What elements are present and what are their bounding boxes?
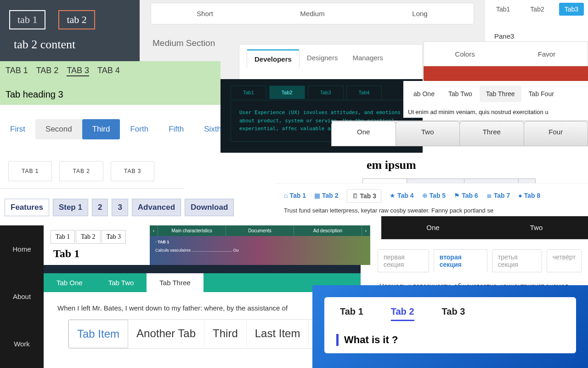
tab-forth[interactable]: Forth bbox=[120, 119, 158, 139]
tab-2[interactable]: Tab 2 bbox=[391, 306, 414, 321]
tab-3[interactable]: TAB 3 bbox=[111, 161, 154, 181]
tab-step-2[interactable]: 2 bbox=[92, 199, 108, 216]
tab-favorites[interactable]: Favor bbox=[506, 50, 588, 58]
tab-two[interactable]: Two bbox=[396, 121, 460, 146]
tab-colors[interactable]: Colors bbox=[424, 50, 506, 58]
tab-sixth[interactable]: Sixth bbox=[194, 119, 232, 139]
tab-one[interactable]: One bbox=[381, 216, 485, 239]
tab-1[interactable]: TAB 1 bbox=[8, 161, 52, 181]
tab-6[interactable]: ⚑Tab 6 bbox=[454, 192, 478, 203]
tab-second[interactable]: Second bbox=[35, 119, 82, 139]
tab-developers[interactable]: Developers bbox=[247, 49, 300, 68]
tab-2[interactable]: TAB 2 bbox=[36, 66, 59, 76]
tab-3[interactable]: TAB 3 bbox=[67, 66, 89, 76]
tab-medium[interactable]: Medium bbox=[259, 3, 366, 24]
tab-documents[interactable]: Documents bbox=[226, 225, 294, 236]
content-text: Trust fund seitan letterpress, keytar ra… bbox=[276, 207, 588, 215]
tab-first[interactable]: First bbox=[0, 119, 35, 139]
tab-8[interactable]: ●Tab 8 bbox=[518, 192, 540, 203]
tab-fifth[interactable]: Fifth bbox=[158, 119, 194, 139]
tab-three[interactable]: Tab Three bbox=[147, 273, 203, 292]
pane-label: Pane3 bbox=[485, 18, 588, 45]
nav-about[interactable]: About bbox=[0, 273, 44, 320]
panel-features-steps: Features Step 1 2 3 Advanced Download bbox=[5, 199, 262, 219]
panel-ordinal-tabs: First Second Third Forth Fifth Sixth bbox=[0, 113, 220, 145]
panel-roles-tabs: Developers Designers Managers bbox=[239, 44, 423, 81]
tab-4[interactable]: Tab4 bbox=[346, 86, 382, 99]
tab-section-3[interactable]: третья секция bbox=[492, 249, 542, 272]
tab-1[interactable]: Tab 1 bbox=[340, 306, 363, 321]
panel-russian-sections: первая секция вторая секция третья секци… bbox=[371, 241, 588, 285]
tab-2[interactable]: Tab2 bbox=[269, 86, 305, 99]
tab-1[interactable]: tab 1 bbox=[9, 10, 45, 29]
tab-long[interactable]: Long bbox=[366, 3, 474, 24]
tab-1[interactable]: TAB 1 bbox=[6, 66, 28, 76]
tab-two[interactable]: Two bbox=[485, 216, 588, 239]
tab-3[interactable]: Tab3 bbox=[559, 3, 584, 16]
tab-2[interactable]: tab 2 bbox=[58, 10, 95, 29]
panel-serif-tabs: Tab 1 Tab 2 Tab 3 Tab 1 bbox=[46, 225, 147, 264]
tab-5[interactable]: ⊕Tab 5 bbox=[422, 192, 446, 203]
tab-3[interactable]: Tab3 bbox=[308, 86, 344, 99]
tab-step-1[interactable]: Step 1 bbox=[53, 199, 88, 216]
tab-section-4[interactable]: четвёрт bbox=[547, 249, 582, 272]
tab-1[interactable]: ⌂Tab 1 bbox=[284, 192, 306, 203]
tab-item[interactable]: Tab Item bbox=[68, 320, 128, 348]
panel-dark-one-two: One Two bbox=[381, 216, 588, 239]
tab-2[interactable]: Tab 2 bbox=[76, 230, 100, 244]
tab-another[interactable]: Another Tab bbox=[128, 320, 204, 348]
arrow-left-icon[interactable]: ‹ bbox=[150, 225, 158, 236]
tab-advanced[interactable]: Advanced bbox=[132, 199, 181, 216]
tab-1[interactable]: Tab1 bbox=[491, 3, 515, 16]
tab-three[interactable]: Tab Three bbox=[480, 86, 521, 102]
tab-4[interactable]: ★Tab 4 bbox=[390, 192, 414, 203]
panel-large-tab-items: Tab Item Another Tab Third Last Item bbox=[68, 319, 316, 356]
panel-blue-card-tabs: Tab 1 Tab 2 Tab 3 What is it ? bbox=[312, 285, 588, 368]
panel-green-tabs: TAB 1 TAB 2 TAB 3 TAB 4 Tab heading 3 bbox=[0, 61, 220, 105]
tab-2[interactable]: ▦Tab 2 bbox=[314, 192, 339, 203]
tab-2[interactable]: TAB 2 bbox=[59, 161, 103, 181]
arrow-right-icon[interactable]: › bbox=[362, 225, 370, 236]
tab-section-1[interactable]: первая секция bbox=[378, 249, 429, 272]
tab-one[interactable]: Tab One bbox=[44, 273, 96, 292]
tab-3[interactable]: Tab 3 bbox=[102, 230, 126, 244]
tab-three[interactable]: Three bbox=[459, 121, 524, 146]
panel-folder-tabs: One Two Three Four bbox=[332, 121, 588, 146]
tab-managers[interactable]: Managers bbox=[345, 49, 390, 68]
panel-outlined-tabs: TAB 1 TAB 2 TAB 3 bbox=[0, 156, 184, 189]
tab-one[interactable]: ab One bbox=[407, 86, 441, 102]
tab-section-2[interactable]: вторая секция bbox=[434, 249, 487, 272]
tab-main-characteristics[interactable]: Main characteristics bbox=[158, 225, 226, 236]
flag-icon: ⚑ bbox=[454, 192, 460, 199]
tab-7[interactable]: ≣Tab 7 bbox=[486, 192, 510, 203]
tab-download[interactable]: Download bbox=[185, 199, 234, 216]
tab-two[interactable]: Tab Two bbox=[96, 273, 147, 292]
tab-ad-description[interactable]: Ad description bbox=[294, 225, 362, 236]
tab-step-3[interactable]: 3 bbox=[112, 199, 128, 216]
header-bar bbox=[44, 265, 361, 273]
tab-designers[interactable]: Designers bbox=[300, 49, 345, 68]
circle-icon: ● bbox=[518, 192, 522, 199]
tab-two[interactable]: Tab Two bbox=[442, 86, 479, 102]
tab-features[interactable]: Features bbox=[5, 199, 49, 216]
tab-last[interactable]: Last Item bbox=[247, 320, 309, 348]
globe-icon: ⊕ bbox=[422, 192, 428, 199]
tab-2[interactable]: Tab2 bbox=[525, 3, 549, 16]
tab-short[interactable]: Short bbox=[151, 3, 259, 24]
tab-3[interactable]: Tab 3 bbox=[442, 306, 465, 321]
content-text: Ut enim ad minim veniam, quis nostrud ex… bbox=[403, 107, 588, 117]
tab-4[interactable]: TAB 4 bbox=[97, 66, 120, 76]
tab-one[interactable]: One bbox=[331, 121, 396, 146]
nav-home[interactable]: Home bbox=[0, 225, 44, 273]
tab-1[interactable]: Tab1 bbox=[231, 86, 266, 99]
tab-third[interactable]: Third bbox=[82, 119, 120, 139]
tab-four[interactable]: Tab Four bbox=[522, 86, 560, 102]
heading: em ipsum bbox=[367, 158, 416, 172]
tab-content: tab 2 content bbox=[14, 38, 140, 52]
nav-work[interactable]: Work bbox=[0, 320, 44, 368]
panel-overview-tabs: em ipsum Overview Requirements Step By S… bbox=[363, 155, 588, 179]
tab-1[interactable]: Tab 1 bbox=[51, 230, 75, 244]
tab-3[interactable]: 🗓Tab 3 bbox=[347, 189, 382, 203]
tab-third[interactable]: Third bbox=[204, 320, 247, 348]
tab-four[interactable]: Four bbox=[524, 121, 588, 146]
